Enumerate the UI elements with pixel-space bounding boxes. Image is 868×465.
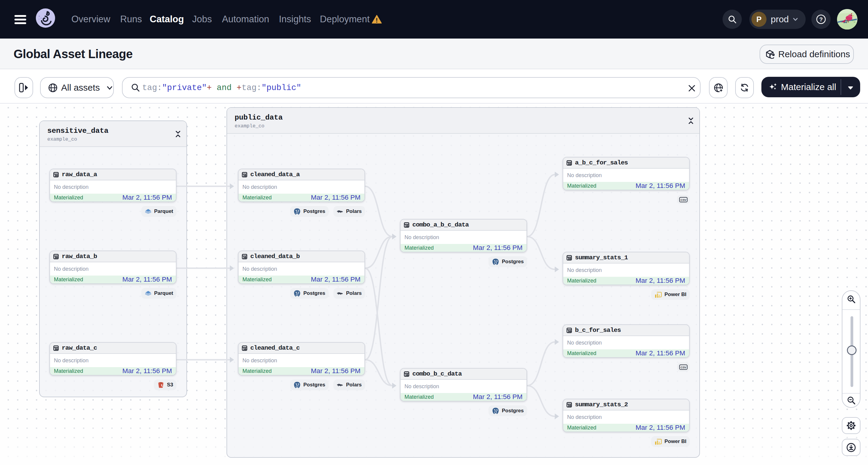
svg-text:?: ? bbox=[819, 16, 823, 23]
svg-text:CSV: CSV bbox=[681, 198, 687, 202]
svg-text:CSV: CSV bbox=[681, 366, 687, 369]
